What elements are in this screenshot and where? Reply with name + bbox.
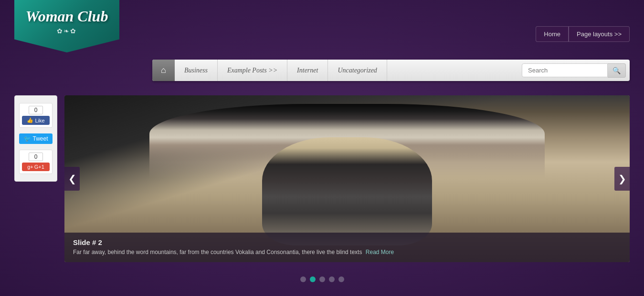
top-nav-page-layouts[interactable]: Page layouts >>	[569, 26, 630, 42]
twitter-icon: 🐦	[24, 135, 31, 142]
prev-icon: ❮	[68, 173, 76, 184]
search-button[interactable]: 🔍	[608, 63, 626, 78]
nav-bar: ⌂ Business Example Posts >> Internet Unc…	[152, 60, 630, 81]
slide-text: Far far away, behind the word mountains,…	[73, 248, 621, 256]
gplus-button[interactable]: g+ G+1	[22, 163, 50, 171]
like-button[interactable]: 👍 Like	[22, 116, 50, 125]
like-count: 0	[29, 106, 43, 114]
slide-title: Slide # 2	[73, 238, 621, 246]
slider-caption: Slide # 2 Far far away, behind the word …	[64, 233, 630, 262]
thumbs-up-icon: 👍	[27, 117, 33, 123]
slider-prev-button[interactable]: ❮	[64, 167, 80, 191]
home-icon: ⌂	[161, 65, 166, 75]
search-input[interactable]	[522, 63, 608, 77]
nav-items: Business Example Posts >> Internet Uncat…	[175, 60, 518, 81]
slider-container: ❮ ❯ Slide # 2 Far far away, behind the w…	[64, 95, 630, 262]
site-title: Woman Club	[26, 8, 108, 25]
dot-4[interactable]	[329, 276, 335, 282]
nav-item-example-posts[interactable]: Example Posts >>	[218, 60, 287, 81]
tweet-button[interactable]: 🐦 Tweet	[19, 133, 53, 144]
slider-next-button[interactable]: ❯	[614, 167, 630, 191]
header: Woman Club ✿❧✿ Home Page layouts >>	[0, 0, 644, 60]
nav-item-internet[interactable]: Internet	[287, 60, 328, 81]
gplus-icon: g+	[27, 164, 33, 170]
social-sidebar: 0 👍 Like 🐦 Tweet 0 g+ G+1	[14, 95, 57, 182]
dot-1[interactable]	[300, 276, 306, 282]
logo-decoration: ✿❧✿	[57, 27, 77, 35]
logo-banner[interactable]: Woman Club ✿❧✿	[14, 0, 119, 52]
dot-5[interactable]	[338, 276, 344, 282]
next-icon: ❯	[618, 173, 626, 184]
nav-item-uncategorized[interactable]: Uncategorized	[328, 60, 387, 81]
slider-dots	[0, 269, 644, 292]
gplus-box: 0 g+ G+1	[19, 150, 53, 174]
search-icon: 🔍	[612, 67, 621, 74]
search-container: 🔍	[518, 60, 630, 81]
read-more-link[interactable]: Read More	[366, 249, 394, 255]
top-nav: Home Page layouts >>	[536, 26, 630, 42]
dot-2[interactable]	[310, 276, 316, 282]
logo-container: Woman Club ✿❧✿	[14, 0, 119, 57]
like-box: 0 👍 Like	[19, 103, 53, 128]
top-nav-home[interactable]: Home	[536, 26, 569, 42]
nav-item-business[interactable]: Business	[175, 60, 218, 81]
dot-3[interactable]	[319, 276, 325, 282]
home-icon-button[interactable]: ⌂	[152, 60, 175, 81]
main-content: 0 👍 Like 🐦 Tweet 0 g+ G+1 ❮	[0, 88, 644, 269]
gplus-count: 0	[29, 153, 43, 161]
